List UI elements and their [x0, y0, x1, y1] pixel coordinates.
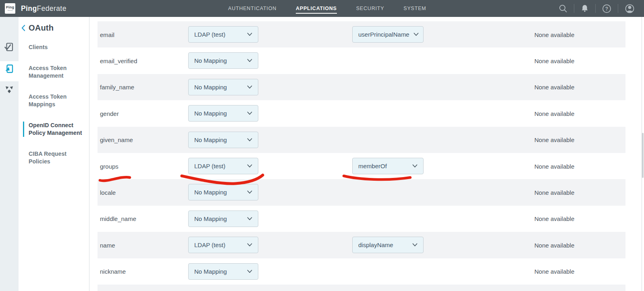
- chevron-down-icon: [247, 217, 252, 221]
- table-row: middle_name No Mapping None available: [98, 206, 625, 232]
- value-dropdown[interactable]: userPrincipalName: [352, 26, 424, 43]
- nav-item-applications[interactable]: APPLICATIONS: [296, 0, 337, 17]
- header-divider: [618, 4, 618, 13]
- source-dropdown[interactable]: No Mapping: [188, 132, 258, 148]
- claim-name-label: email: [100, 31, 114, 38]
- ping-logo-subtext: Identity: [8, 10, 13, 11]
- value-dropdown[interactable]: memberOf: [352, 158, 424, 174]
- search-icon[interactable]: [559, 4, 568, 13]
- table-row: family_name No Mapping None available: [98, 74, 625, 100]
- table-row: email_verified No Mapping None available: [98, 47, 625, 74]
- table-row: email LDAP (test) userPrincipalName None…: [98, 21, 625, 47]
- fulfillment-status: None available: [534, 268, 574, 275]
- partial-next-row: [98, 285, 625, 291]
- table-row: nickname No Mapping None available: [98, 258, 625, 285]
- table-row: gender No Mapping None available: [98, 100, 625, 126]
- sidebar: OAuth ClientsAccess Token ManagementAcce…: [0, 17, 89, 291]
- claim-name-label: middle_name: [100, 215, 136, 222]
- source-dropdown[interactable]: LDAP (test): [188, 237, 258, 253]
- token-pen-card-icon[interactable]: [4, 64, 15, 74]
- svg-text:?: ?: [605, 6, 608, 12]
- fulfillment-status: None available: [534, 136, 574, 143]
- claim-name-label: locale: [100, 189, 116, 196]
- source-dropdown[interactable]: No Mapping: [188, 184, 258, 200]
- value-dropdown[interactable]: displayName: [352, 237, 424, 253]
- claim-name-label: email_verified: [100, 58, 137, 64]
- nav-item-authentication[interactable]: AUTHENTICATION: [228, 0, 276, 17]
- source-dropdown-value: LDAP (test): [194, 31, 225, 38]
- claim-name-label: groups: [100, 163, 118, 169]
- brand-title: PingFederate: [21, 4, 66, 13]
- attribute-rows: email LDAP (test) userPrincipalName None…: [98, 21, 625, 285]
- mappings-cluster-icon[interactable]: [4, 85, 15, 95]
- sidebar-item-ciba-request-policies[interactable]: CIBA Request Policies: [23, 150, 87, 165]
- source-dropdown-value: No Mapping: [194, 215, 227, 222]
- source-dropdown[interactable]: No Mapping: [188, 52, 258, 69]
- nav-item-system[interactable]: SYSTEM: [403, 0, 426, 17]
- fulfillment-status: None available: [534, 110, 574, 117]
- source-dropdown[interactable]: No Mapping: [188, 79, 258, 95]
- claim-name-label: gender: [100, 110, 119, 117]
- table-row: groups LDAP (test) memberOf None availab…: [98, 153, 625, 179]
- chevron-down-icon: [247, 85, 252, 89]
- source-dropdown[interactable]: LDAP (test): [188, 26, 258, 43]
- source-dropdown-value: No Mapping: [194, 189, 227, 196]
- clients-check-card-icon[interactable]: [4, 42, 15, 52]
- fulfillment-status: None available: [534, 189, 574, 196]
- source-dropdown-value: LDAP (test): [194, 163, 225, 169]
- ping-logo: Ping Identity: [5, 3, 15, 14]
- sidebar-items: ClientsAccess Token ManagementAccess Tok…: [19, 43, 89, 165]
- source-dropdown[interactable]: No Mapping: [188, 211, 258, 227]
- source-dropdown[interactable]: No Mapping: [188, 263, 258, 280]
- header-divider: [595, 4, 596, 13]
- fulfillment-status: None available: [534, 31, 574, 38]
- fulfillment-status: None available: [534, 215, 574, 222]
- claim-name-label: nickname: [100, 268, 126, 275]
- header-actions: ?: [559, 0, 635, 17]
- value-dropdown-value: displayName: [358, 241, 393, 248]
- chevron-left-icon: [21, 25, 25, 31]
- attribute-mapping-panel: email LDAP (test) userPrincipalName None…: [90, 17, 644, 291]
- top-nav: AUTHENTICATIONAPPLICATIONSSECURITYSYSTEM: [228, 0, 426, 17]
- nav-item-security[interactable]: SECURITY: [356, 0, 384, 17]
- chevron-down-icon: [247, 243, 252, 247]
- scrollbar-thumb[interactable]: [642, 133, 644, 178]
- help-icon[interactable]: ?: [602, 4, 612, 14]
- fulfillment-status: None available: [534, 241, 574, 248]
- source-dropdown-value: No Mapping: [194, 57, 227, 64]
- chevron-down-icon: [247, 190, 252, 194]
- claim-name-label: family_name: [100, 84, 134, 91]
- sidebar-item-clients[interactable]: Clients: [23, 43, 87, 51]
- chevron-down-icon: [413, 33, 419, 36]
- source-dropdown-value: LDAP (test): [194, 241, 225, 248]
- table-row: name LDAP (test) displayName None availa…: [98, 232, 625, 258]
- sidebar-nav: OAuth ClientsAccess Token ManagementAcce…: [19, 17, 89, 179]
- chevron-down-icon: [412, 243, 418, 247]
- pingfederate-app: Ping Identity PingFederate AUTHENTICATIO…: [0, 0, 644, 291]
- top-header-bar: Ping Identity PingFederate AUTHENTICATIO…: [0, 0, 644, 17]
- fulfillment-status: None available: [534, 163, 574, 169]
- account-icon[interactable]: [624, 3, 635, 14]
- sidebar-item-openid-connect-policy-management[interactable]: OpenID Connect Policy Management: [23, 122, 87, 137]
- chevron-down-icon: [247, 59, 252, 62]
- table-row: locale No Mapping None available: [98, 179, 625, 205]
- source-dropdown-value: No Mapping: [194, 268, 227, 275]
- chevron-down-icon: [247, 270, 252, 273]
- header-divider: [574, 4, 574, 13]
- brand-light: Federate: [37, 4, 66, 12]
- sidebar-item-access-token-management[interactable]: Access Token Management: [23, 64, 87, 80]
- source-dropdown-value: No Mapping: [194, 110, 227, 117]
- source-dropdown[interactable]: LDAP (test): [188, 158, 258, 174]
- chevron-down-icon: [247, 33, 252, 36]
- chevron-down-icon: [247, 111, 252, 115]
- claim-name-label: name: [100, 241, 115, 248]
- oauth-back-link[interactable]: OAuth: [21, 23, 89, 33]
- notifications-bell-icon[interactable]: [580, 4, 589, 13]
- sidebar-icon-strip: [0, 17, 19, 291]
- sidebar-item-access-token-mappings[interactable]: Access Token Mappings: [23, 93, 87, 108]
- source-dropdown-value: No Mapping: [194, 84, 227, 91]
- source-dropdown-value: No Mapping: [194, 136, 227, 143]
- value-dropdown-value: userPrincipalName: [358, 31, 409, 38]
- brand-bold: Ping: [21, 4, 37, 12]
- source-dropdown[interactable]: No Mapping: [188, 105, 258, 122]
